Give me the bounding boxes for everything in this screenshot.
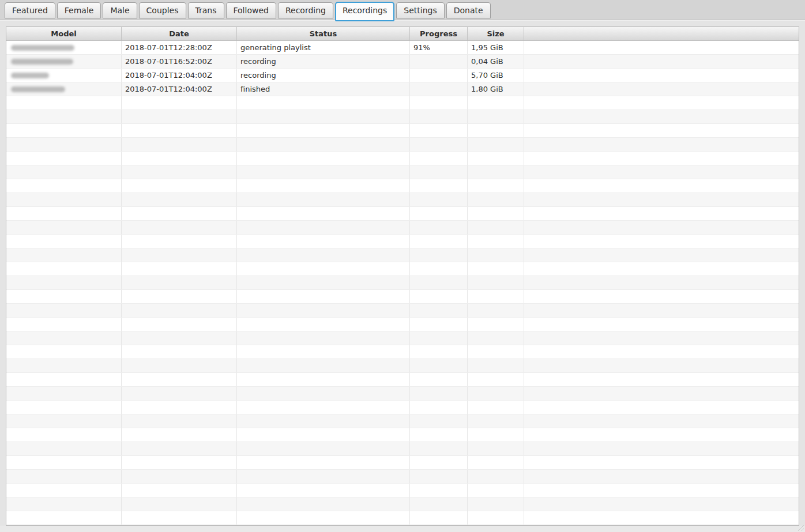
tab-recording[interactable]: Recording [278,2,333,18]
empty-cell [6,110,122,123]
table-row-empty[interactable] [6,235,799,248]
table-row-empty[interactable] [6,124,799,138]
table-row-empty[interactable] [6,414,799,428]
empty-cell [410,497,468,511]
empty-cell [410,110,468,123]
column-header-date[interactable]: Date [122,27,237,40]
column-header-progress[interactable]: Progress [410,27,468,40]
empty-cell [468,456,524,469]
table-row-empty[interactable] [6,179,799,193]
tab-couples[interactable]: Couples [139,2,186,18]
empty-cell [237,165,410,179]
table-row-empty[interactable] [6,165,799,179]
table-row[interactable]: 2018-07-01T12:04:00Z recording 5,70 GiB [6,69,799,82]
empty-cell [237,497,410,511]
empty-cell [237,511,410,525]
empty-cell [468,304,524,317]
column-header-model[interactable]: Model [6,27,122,40]
empty-cell [410,456,468,469]
tab-donate[interactable]: Donate [446,2,491,18]
table-row-empty[interactable] [6,442,799,456]
table-row-empty[interactable] [6,456,799,470]
table-row-empty[interactable] [6,304,799,318]
table-row-empty[interactable] [6,262,799,276]
table-row-empty[interactable] [6,193,799,207]
empty-cell [237,152,410,165]
empty-cell [468,414,524,428]
column-header-status[interactable]: Status [237,27,410,40]
table-row[interactable]: 2018-07-01T16:52:00Z recording 0,04 GiB [6,55,799,69]
table-header: Model Date Status Progress Size [6,27,799,41]
table-row-empty[interactable] [6,318,799,331]
table-row-empty[interactable] [6,290,799,304]
table-row-empty[interactable] [6,276,799,290]
size-cell: 1,95 GiB [468,41,524,54]
tab-female[interactable]: Female [57,2,101,18]
empty-cell [468,124,524,137]
empty-cell [524,387,799,400]
table-row-empty[interactable] [6,96,799,110]
table-row-empty[interactable] [6,221,799,235]
table-row-empty[interactable] [6,345,799,359]
tab-male[interactable]: Male [103,2,137,18]
tab-settings[interactable]: Settings [396,2,444,18]
table-row-empty[interactable] [6,484,799,497]
empty-cell [468,110,524,123]
empty-cell [6,387,122,400]
empty-cell [6,179,122,193]
empty-cell [524,276,799,289]
table-row-empty[interactable] [6,428,799,442]
table-row-empty[interactable] [6,373,799,387]
redacted-model-name [11,45,74,51]
table-row-empty[interactable] [6,110,799,124]
empty-cell [122,331,237,345]
empty-cell [468,373,524,386]
tab-recordings[interactable]: Recordings [335,2,394,21]
table-row-empty[interactable] [6,401,799,414]
table-row[interactable]: 2018-07-01T12:28:00Z generating playlist… [6,41,799,55]
empty-cell [410,387,468,400]
date-cell: 2018-07-01T12:04:00Z [122,69,237,82]
empty-cell [6,290,122,303]
table-row-empty[interactable] [6,470,799,484]
table-row-empty[interactable] [6,359,799,373]
empty-cell [524,331,799,345]
empty-cell [410,359,468,372]
table-row-empty[interactable] [6,207,799,221]
table-row-empty[interactable] [6,331,799,345]
empty-cell [410,401,468,414]
empty-cell [122,304,237,317]
table-row-empty[interactable] [6,138,799,152]
filler-cell [524,82,799,96]
empty-cell [237,248,410,262]
empty-cell [6,484,122,497]
empty-cell [410,276,468,289]
table-row-empty[interactable] [6,248,799,262]
empty-cell [237,207,410,220]
empty-cell [410,470,468,483]
empty-cell [237,470,410,483]
tab-followed[interactable]: Followed [226,2,276,18]
table-row[interactable]: 2018-07-01T12:04:00Z finished 1,80 GiB [6,82,799,96]
empty-cell [468,497,524,511]
tab-trans[interactable]: Trans [188,2,224,18]
redacted-model-name [11,59,73,65]
empty-cell [468,262,524,276]
empty-cell [6,511,122,525]
table-row-empty[interactable] [6,497,799,511]
empty-cell [237,484,410,497]
table-row-empty[interactable] [6,152,799,165]
empty-cell [6,359,122,372]
table-row-empty[interactable] [6,511,799,525]
model-cell [6,55,122,68]
empty-cell [237,304,410,317]
empty-cell [468,276,524,289]
empty-cell [122,207,237,220]
empty-cell [410,345,468,359]
table-row-empty[interactable] [6,387,799,401]
empty-cell [468,484,524,497]
column-header-size[interactable]: Size [468,27,524,40]
model-cell [6,69,122,82]
tab-featured[interactable]: Featured [5,2,55,18]
empty-cell [237,290,410,303]
